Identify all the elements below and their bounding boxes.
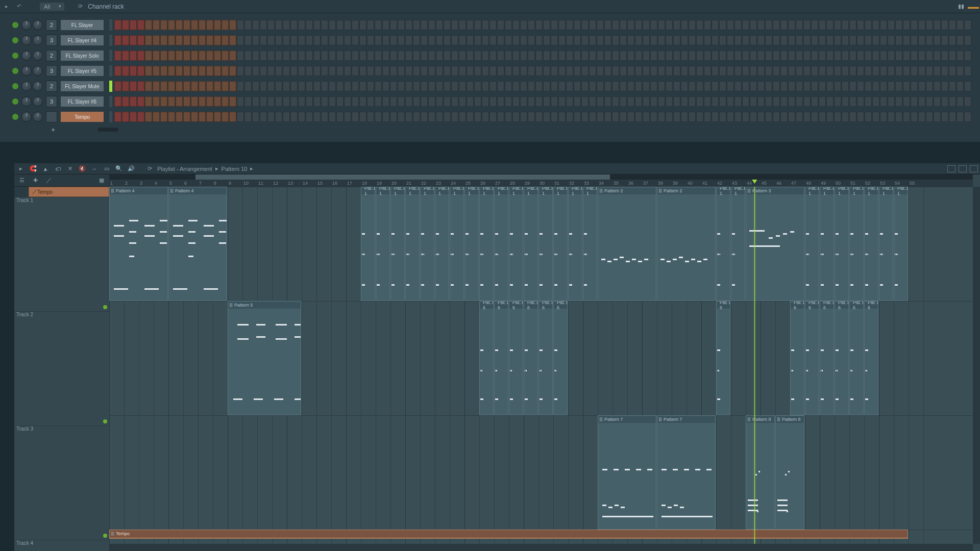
pattern-clip[interactable]: Pat..rn 1 bbox=[420, 187, 434, 301]
step-cell[interactable] bbox=[888, 51, 895, 61]
step-cell[interactable] bbox=[620, 20, 627, 30]
step-cell[interactable] bbox=[436, 20, 443, 30]
step-cell[interactable] bbox=[390, 96, 397, 107]
step-cell[interactable] bbox=[612, 35, 619, 45]
step-cell[interactable] bbox=[673, 66, 680, 76]
step-cell[interactable] bbox=[229, 81, 236, 91]
step-cell[interactable] bbox=[497, 81, 504, 91]
channel-select-bar[interactable] bbox=[109, 96, 112, 107]
step-cell[interactable] bbox=[857, 35, 864, 45]
step-cell[interactable] bbox=[666, 81, 673, 91]
step-cell[interactable] bbox=[214, 20, 221, 30]
step-cell[interactable] bbox=[451, 112, 458, 122]
pattern-clip[interactable]: Pat..rn 6 bbox=[494, 301, 508, 415]
step-cell[interactable] bbox=[788, 96, 795, 107]
step-cell[interactable] bbox=[635, 66, 642, 76]
step-cell[interactable] bbox=[811, 96, 818, 107]
step-cell[interactable] bbox=[612, 20, 619, 30]
step-cell[interactable] bbox=[505, 66, 512, 76]
channel-name-button[interactable]: FL Slayer Mute bbox=[60, 81, 104, 92]
step-cell[interactable] bbox=[183, 96, 190, 107]
step-cell[interactable] bbox=[650, 96, 657, 107]
step-cell[interactable] bbox=[895, 66, 902, 76]
step-cell[interactable] bbox=[574, 20, 581, 30]
step-cell[interactable] bbox=[566, 20, 573, 30]
step-cell[interactable] bbox=[811, 35, 818, 45]
playlist-breadcrumb[interactable]: Pattern 10 bbox=[222, 166, 248, 172]
step-cell[interactable] bbox=[681, 112, 688, 122]
step-cell[interactable] bbox=[581, 51, 589, 61]
clip-header[interactable]: Pat..rn 1 bbox=[509, 187, 523, 194]
step-cell[interactable] bbox=[283, 96, 290, 107]
step-cell[interactable] bbox=[911, 20, 918, 30]
step-cell[interactable] bbox=[214, 35, 221, 45]
step-cell[interactable] bbox=[581, 66, 589, 76]
step-cell[interactable] bbox=[566, 35, 573, 45]
step-cell[interactable] bbox=[375, 66, 382, 76]
step-cell[interactable] bbox=[206, 96, 213, 107]
step-cell[interactable] bbox=[497, 96, 504, 107]
channel-mixer-num[interactable]: 3 bbox=[46, 65, 57, 77]
slip-icon[interactable]: ↔ bbox=[90, 164, 99, 173]
tag-icon[interactable]: 🏷 bbox=[53, 164, 62, 173]
step-cell[interactable] bbox=[681, 81, 688, 91]
step-cell[interactable] bbox=[153, 96, 160, 107]
step-cell[interactable] bbox=[964, 66, 971, 76]
step-cell[interactable] bbox=[658, 35, 665, 45]
step-cell[interactable] bbox=[313, 35, 321, 45]
step-cell[interactable] bbox=[222, 112, 229, 122]
channel-pan-knob[interactable] bbox=[21, 35, 32, 45]
channel-vol-knob[interactable] bbox=[33, 35, 43, 45]
step-cell[interactable] bbox=[757, 66, 765, 76]
step-cell[interactable] bbox=[719, 66, 726, 76]
step-cell[interactable] bbox=[413, 66, 420, 76]
step-cell[interactable] bbox=[344, 66, 351, 76]
step-cell[interactable] bbox=[290, 96, 298, 107]
step-cell[interactable] bbox=[734, 96, 742, 107]
step-cell[interactable] bbox=[191, 20, 198, 30]
step-cell[interactable] bbox=[176, 112, 183, 122]
step-cell[interactable] bbox=[467, 51, 474, 61]
step-cell[interactable] bbox=[444, 66, 451, 76]
step-cell[interactable] bbox=[528, 66, 535, 76]
step-cell[interactable] bbox=[428, 20, 435, 30]
step-cell[interactable] bbox=[819, 96, 826, 107]
step-cell[interactable] bbox=[597, 81, 604, 91]
step-cell[interactable] bbox=[704, 66, 711, 76]
step-cell[interactable] bbox=[734, 35, 742, 45]
step-cell[interactable] bbox=[581, 20, 589, 30]
step-cell[interactable] bbox=[926, 112, 933, 122]
step-cell[interactable] bbox=[344, 96, 351, 107]
step-cell[interactable] bbox=[696, 20, 703, 30]
step-cell[interactable] bbox=[229, 112, 236, 122]
step-cell[interactable] bbox=[696, 81, 703, 91]
step-cell[interactable] bbox=[367, 20, 374, 30]
step-cell[interactable] bbox=[857, 81, 864, 91]
step-cell[interactable] bbox=[803, 35, 811, 45]
step-cell[interactable] bbox=[382, 81, 389, 91]
grip-icon[interactable] bbox=[659, 417, 662, 421]
channel-select-bar[interactable] bbox=[109, 111, 112, 122]
step-cell[interactable] bbox=[459, 51, 466, 61]
step-cell[interactable] bbox=[865, 112, 872, 122]
pattern-clip[interactable]: Pat..rn 1 bbox=[835, 187, 849, 301]
clip-header[interactable]: Pattern 4 bbox=[169, 187, 227, 194]
step-cell[interactable] bbox=[199, 51, 206, 61]
step-cell[interactable] bbox=[512, 96, 520, 107]
step-cell[interactable] bbox=[658, 96, 665, 107]
step-cell[interactable] bbox=[137, 81, 144, 91]
step-cell[interactable] bbox=[742, 96, 749, 107]
step-cell[interactable] bbox=[520, 112, 527, 122]
step-cell[interactable] bbox=[382, 51, 389, 61]
step-cell[interactable] bbox=[727, 20, 734, 30]
step-cell[interactable] bbox=[643, 35, 650, 45]
clip-header[interactable]: Pat..rn 6 bbox=[850, 302, 863, 309]
step-cell[interactable] bbox=[444, 20, 451, 30]
step-cell[interactable] bbox=[283, 51, 290, 61]
step-cell[interactable] bbox=[512, 66, 520, 76]
step-cell[interactable] bbox=[160, 51, 167, 61]
step-cell[interactable] bbox=[895, 81, 902, 91]
step-cell[interactable] bbox=[413, 112, 420, 122]
step-cell[interactable] bbox=[482, 96, 489, 107]
step-cell[interactable] bbox=[191, 81, 198, 91]
